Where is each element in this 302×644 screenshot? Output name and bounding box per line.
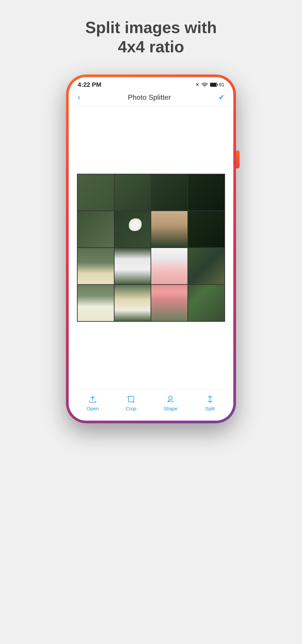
grid-cell-0-1	[114, 174, 151, 211]
grid-cell-2-1	[114, 248, 151, 284]
svg-point-0	[204, 86, 205, 87]
phone-frame: 4:22 PM ✕	[66, 74, 236, 423]
grid-cell-0-2	[151, 174, 188, 211]
grid-cell-0-3	[188, 174, 224, 211]
grid-cell-3-1	[114, 285, 151, 321]
battery-level: 91	[219, 82, 224, 88]
toolbar-crop[interactable]: Crop	[126, 394, 136, 412]
grid-cell-1-0	[78, 211, 114, 247]
signal-x-icon: ✕	[195, 82, 199, 88]
shape-icon	[165, 394, 176, 404]
open-icon	[87, 394, 98, 404]
svg-point-7	[168, 400, 169, 402]
shape-label: Shape	[163, 406, 178, 412]
split-label: Split	[205, 406, 215, 412]
grid-cell-0-0	[78, 174, 114, 211]
status-icons: ✕ 91	[195, 82, 224, 88]
grid-cell-1-3	[188, 211, 224, 247]
phone-screen: 4:22 PM ✕	[69, 77, 233, 420]
split-icon	[205, 394, 216, 404]
grid-cell-1-2	[151, 211, 188, 247]
toolbar-open[interactable]: Open	[86, 394, 99, 412]
grid-cell-1-1	[114, 211, 151, 247]
confirm-button[interactable]: ✓	[218, 93, 224, 102]
grid-cell-2-3	[188, 248, 224, 284]
toolbar-shape[interactable]: Shape	[163, 394, 178, 412]
crop-icon	[126, 394, 136, 404]
nav-title: Photo Splitter	[128, 93, 171, 102]
phone-mockup: 4:22 PM ✕	[66, 74, 236, 423]
grid-cell-2-2	[151, 248, 188, 284]
grid-cell-2-0	[78, 248, 114, 284]
status-time: 4:22 PM	[78, 81, 101, 88]
grid-cell-3-0	[78, 285, 114, 321]
wifi-icon	[202, 82, 208, 87]
crop-label: Crop	[126, 406, 136, 412]
back-button[interactable]: ‹	[78, 93, 80, 102]
open-label: Open	[86, 406, 99, 412]
image-grid	[77, 174, 225, 322]
status-bar: 4:22 PM ✕	[69, 77, 233, 90]
nav-bar: ‹ Photo Splitter ✓	[69, 90, 233, 106]
svg-rect-3	[128, 396, 134, 402]
toolbar: Open Crop	[69, 389, 233, 420]
grid-cell-3-3	[188, 285, 224, 321]
svg-point-6	[169, 396, 172, 400]
toolbar-split[interactable]: Split	[205, 394, 216, 412]
grid-cell-3-2	[151, 285, 188, 321]
battery-icon: 91	[210, 82, 224, 88]
image-grid-container	[77, 174, 225, 322]
content-area	[69, 106, 233, 389]
page-title: Split images with 4x4 ratio	[85, 18, 217, 56]
svg-rect-2	[211, 84, 216, 86]
